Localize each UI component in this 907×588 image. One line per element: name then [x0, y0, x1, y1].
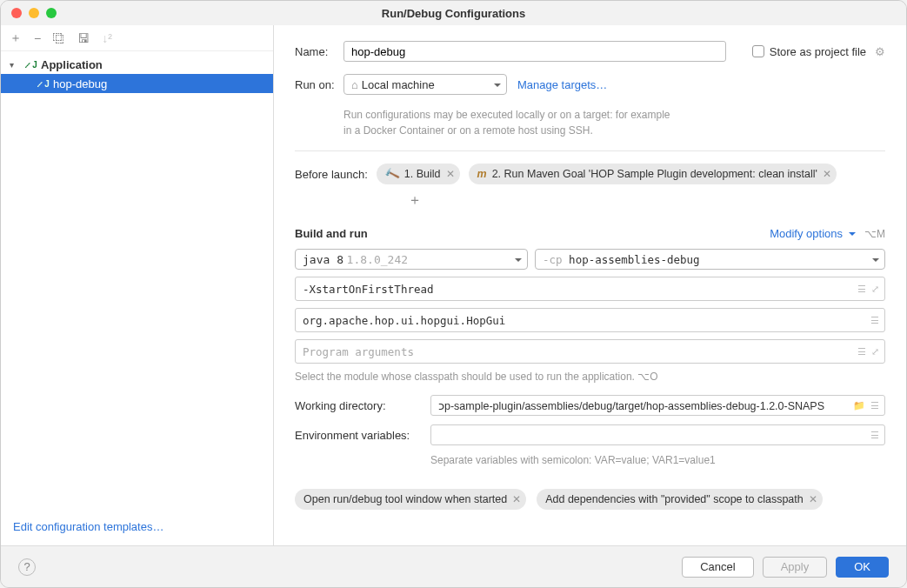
env-hint: Separate variables with semicolon: VAR=v…	[430, 454, 885, 466]
option-open-tool-window[interactable]: Open run/debug tool window when started …	[295, 489, 526, 510]
folder-icon[interactable]: 📁	[853, 400, 865, 411]
sort-config-icon[interactable]: ↓²	[102, 31, 112, 45]
edit-templates-link[interactable]: Edit configuration templates…	[13, 520, 163, 533]
modify-options-shortcut: ⌥M	[864, 228, 885, 240]
home-icon: ⌂	[351, 78, 358, 91]
expand-icon[interactable]: ⤢	[871, 284, 879, 295]
modify-options-link[interactable]: Modify options	[770, 227, 856, 240]
application-icon: ⟋J	[23, 58, 37, 70]
run-on-label: Run on:	[295, 78, 343, 91]
build-and-run-title: Build and run	[295, 227, 368, 240]
classpath-dropdown[interactable]: -cp hop-assemblies-debug	[535, 249, 885, 270]
name-input[interactable]	[343, 41, 726, 62]
name-label: Name:	[295, 45, 343, 58]
tree-node-hop-debug[interactable]: ⟋J hop-debug	[1, 74, 273, 93]
manage-targets-link[interactable]: Manage targets…	[517, 78, 607, 91]
sidebar-toolbar: ＋ − ⿻ 🖫 ↓²	[1, 25, 273, 51]
remove-chip-icon[interactable]: ✕	[512, 493, 521, 505]
apply-button: Apply	[763, 557, 828, 578]
list-icon[interactable]: ☰	[870, 315, 879, 326]
before-launch-build[interactable]: 🔨 1. Build ✕	[377, 164, 460, 184]
env-variables-input[interactable]: ☰	[430, 424, 885, 445]
main-class-input[interactable]: org.apache.hop.ui.hopgui.HopGui ☰	[295, 308, 885, 332]
list-icon[interactable]: ☰	[870, 430, 879, 441]
remove-chip-icon[interactable]: ✕	[823, 168, 831, 180]
titlebar: Run/Debug Configurations	[1, 1, 906, 25]
store-label: Store as project file	[770, 45, 866, 58]
tree-label: hop-debug	[53, 77, 107, 90]
chevron-down-icon[interactable]: ▾	[10, 60, 20, 70]
module-hint: Select the module whose classpath should…	[295, 371, 885, 383]
application-icon: ⟋J	[36, 77, 50, 90]
store-as-project-file-checkbox[interactable]	[752, 45, 764, 57]
working-directory-input[interactable]: ɔp-sample-plugin/assemblies/debug/target…	[430, 395, 885, 416]
maven-icon: m	[477, 168, 487, 180]
help-button[interactable]: ?	[18, 558, 36, 576]
ok-button[interactable]: OK	[836, 557, 889, 578]
before-launch-maven[interactable]: m 2. Run Maven Goal 'HOP Sample Plugin d…	[469, 164, 837, 184]
save-config-icon[interactable]: 🖫	[77, 31, 90, 45]
list-icon[interactable]: ☰	[857, 284, 866, 295]
list-icon[interactable]: ☰	[857, 346, 866, 357]
before-launch-label: Before launch:	[295, 168, 368, 181]
jre-dropdown[interactable]: java 8 1.8.0_242	[295, 249, 528, 270]
list-icon[interactable]: ☰	[870, 400, 879, 411]
tree-node-application[interactable]: ▾ ⟋J Application	[1, 55, 273, 74]
run-on-dropdown[interactable]: ⌂ Local machine	[343, 74, 507, 95]
vm-options-input[interactable]: -XstartOnFirstThread ☰⤢	[295, 277, 885, 301]
remove-chip-icon[interactable]: ✕	[809, 493, 817, 505]
working-directory-label: Working directory:	[295, 399, 423, 412]
option-provided-scope[interactable]: Add dependencies with "provided" scope t…	[537, 489, 823, 510]
cancel-button[interactable]: Cancel	[682, 557, 753, 578]
tree-label: Application	[41, 58, 103, 71]
remove-chip-icon[interactable]: ✕	[446, 168, 455, 180]
remove-config-icon[interactable]: −	[34, 31, 41, 45]
config-tree: ▾ ⟋J Application ⟋J hop-debug	[1, 51, 273, 511]
expand-icon[interactable]: ⤢	[871, 346, 879, 357]
window-title: Run/Debug Configurations	[1, 7, 906, 20]
env-variables-label: Environment variables:	[295, 429, 423, 442]
program-arguments-input[interactable]: Program arguments ☰⤢	[295, 339, 885, 364]
copy-config-icon[interactable]: ⿻	[53, 31, 65, 45]
add-before-launch-icon[interactable]: ＋	[408, 191, 885, 210]
gear-icon[interactable]: ⚙	[875, 45, 885, 58]
hammer-icon: 🔨	[383, 165, 401, 183]
add-config-icon[interactable]: ＋	[10, 30, 22, 46]
run-on-hint: Run configurations may be executed local…	[343, 107, 674, 138]
